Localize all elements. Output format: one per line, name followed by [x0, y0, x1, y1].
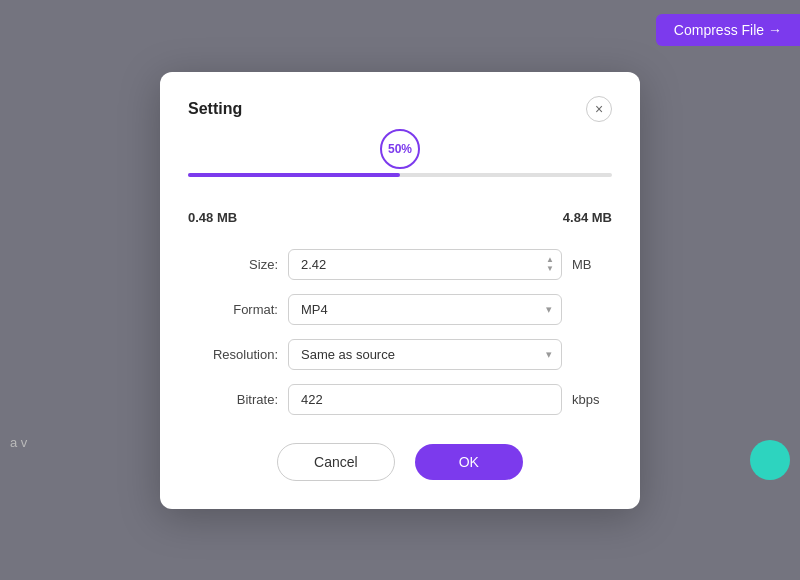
dialog-title: Setting — [188, 100, 242, 118]
slider-fill — [188, 173, 400, 177]
slider-container: 50% — [188, 150, 612, 200]
slider-section: 50% 0.48 MB 4.84 MB — [188, 150, 612, 225]
bg-text-left: a v — [10, 435, 27, 450]
slider-track: 50% — [188, 173, 612, 177]
slider-max-label: 4.84 MB — [563, 210, 612, 225]
cancel-button[interactable]: Cancel — [277, 443, 395, 481]
bitrate-row: Bitrate: kbps — [188, 384, 612, 415]
form-section: Size: ▲ ▼ MB Format: MP4 AVI MOV MKV Web… — [188, 249, 612, 415]
dialog-footer: Cancel OK — [188, 443, 612, 481]
size-spinner[interactable]: ▲ ▼ — [546, 256, 554, 273]
size-row: Size: ▲ ▼ MB — [188, 249, 612, 280]
resolution-dropdown-wrapper: Same as source 1080p 720p 480p 360p ▾ — [288, 339, 562, 370]
format-select[interactable]: MP4 AVI MOV MKV WebM — [288, 294, 562, 325]
compress-file-button[interactable]: Compress File → — [656, 14, 800, 46]
bitrate-unit-label: kbps — [572, 392, 612, 407]
format-row: Format: MP4 AVI MOV MKV WebM ▾ — [188, 294, 612, 325]
slider-range-labels: 0.48 MB 4.84 MB — [188, 210, 612, 225]
format-label: Format: — [188, 302, 278, 317]
size-input-wrapper: ▲ ▼ — [288, 249, 562, 280]
resolution-select[interactable]: Same as source 1080p 720p 480p 360p — [288, 339, 562, 370]
size-label: Size: — [188, 257, 278, 272]
resolution-label: Resolution: — [188, 347, 278, 362]
format-dropdown-wrapper: MP4 AVI MOV MKV WebM ▾ — [288, 294, 562, 325]
bitrate-input[interactable] — [288, 384, 562, 415]
settings-dialog: Setting × 50% 0.48 MB 4.84 MB Size: — [160, 72, 640, 509]
bitrate-input-wrapper — [288, 384, 562, 415]
ok-button[interactable]: OK — [415, 444, 523, 480]
size-input[interactable] — [288, 249, 562, 280]
spinner-down-icon[interactable]: ▼ — [546, 265, 554, 273]
bitrate-label: Bitrate: — [188, 392, 278, 407]
slider-min-label: 0.48 MB — [188, 210, 237, 225]
resolution-row: Resolution: Same as source 1080p 720p 48… — [188, 339, 612, 370]
size-unit-label: MB — [572, 257, 612, 272]
slider-percent-label: 50% — [380, 129, 420, 169]
spinner-up-icon[interactable]: ▲ — [546, 256, 554, 264]
bg-circle — [750, 440, 790, 480]
dialog-header: Setting × — [188, 96, 612, 122]
close-button[interactable]: × — [586, 96, 612, 122]
